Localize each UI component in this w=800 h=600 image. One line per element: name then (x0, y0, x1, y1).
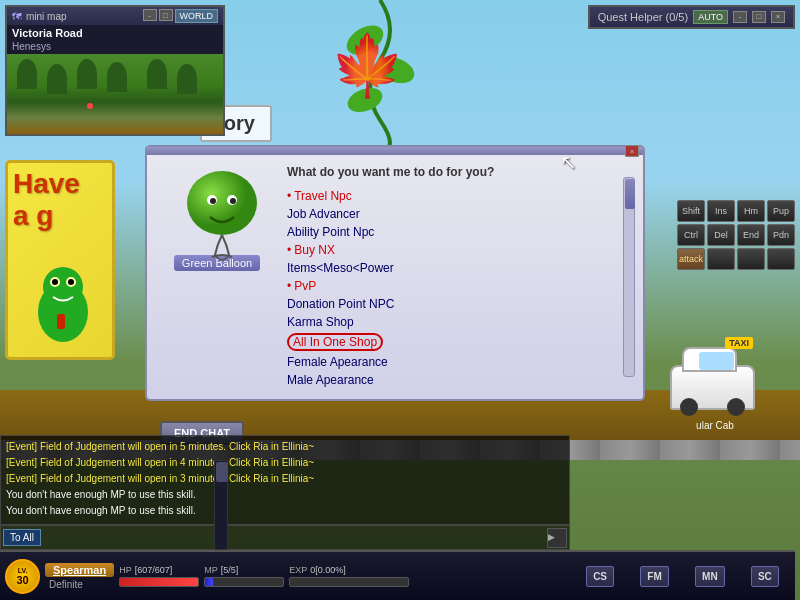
taxi-window (699, 352, 734, 370)
npc-scrollbar-thumb[interactable] (625, 179, 635, 209)
npc-option-6[interactable]: Donation Point NPC (287, 295, 618, 313)
chat-input-area: To All ▶ (0, 525, 570, 550)
key-hm[interactable]: Hm (737, 200, 765, 222)
taxi-wheel-right (727, 398, 745, 416)
svg-point-7 (52, 279, 58, 285)
key-attack[interactable]: attack (677, 248, 705, 270)
mini-map-image (7, 54, 223, 134)
maple-leaf-decoration: 🍁 (330, 30, 405, 101)
quest-helper-label: Quest Helper (0/5) (598, 11, 688, 23)
npc-option-3[interactable]: •Buy NX (287, 241, 618, 259)
exp-bar (289, 577, 409, 587)
chat-log: [Event] Field of Judgement will open in … (0, 435, 570, 525)
chat-scrollbar[interactable] (214, 460, 228, 550)
map-location: Victoria Road (7, 25, 223, 41)
key-pdn[interactable]: Pdn (767, 224, 795, 246)
npc-dialog-header: × (147, 147, 643, 155)
chat-message: [Event] Field of Judgement will open in … (6, 455, 564, 471)
npc-option-2[interactable]: Ability Point Npc (287, 223, 618, 241)
quest-close[interactable]: × (771, 11, 785, 23)
key-empty-3 (767, 248, 795, 270)
npc-option-5[interactable]: •PvP (287, 277, 618, 295)
npc-option-8[interactable]: All In One Shop (287, 331, 618, 353)
world-button[interactable]: WORLD (175, 9, 219, 23)
quest-helper-panel: Quest Helper (0/5) AUTO - □ × (588, 5, 795, 29)
have-sign-text: Have a g (8, 163, 112, 237)
npc-dialog: × (145, 145, 645, 401)
svg-point-13 (210, 198, 216, 204)
npc-question: What do you want me to do for you? (287, 165, 633, 179)
npc-option-0[interactable]: •Travel Npc (287, 187, 618, 205)
cs-bar: CS FM MN SC (570, 550, 795, 600)
character-name[interactable]: Spearman (45, 563, 114, 577)
svg-point-10 (187, 171, 257, 235)
chat-send-icon: ▶ (548, 532, 555, 542)
key-empty-2 (737, 248, 765, 270)
exp-value: 0[0.00%] (310, 565, 346, 575)
hp-bar-fill (120, 578, 198, 586)
key-empty-1 (707, 248, 735, 270)
npc-scrollbar[interactable] (623, 177, 635, 377)
npc-option-9[interactable]: Female Apearance (287, 353, 618, 371)
mn-button[interactable]: MN (695, 566, 725, 587)
have-sign: Have a g (5, 160, 115, 360)
fm-button[interactable]: FM (640, 566, 668, 587)
character-class: Definite (45, 579, 114, 590)
npc-option-10[interactable]: Male Apearance (287, 371, 618, 389)
taxi-sign: TAXI (725, 337, 753, 349)
npc-balloon (177, 165, 257, 245)
mini-map-panel: 🗺 mini map - □ WORLD Victoria Road Henes… (5, 5, 225, 136)
chat-message: You don't have enough MP to use this ski… (6, 503, 564, 519)
sc-button[interactable]: SC (751, 566, 779, 587)
mp-value: [5/5] (221, 565, 239, 575)
npc-option-1[interactable]: Job Advancer (287, 205, 618, 223)
key-shift[interactable]: Shift (677, 200, 705, 222)
chat-message: You don't have enough MP to use this ski… (6, 487, 564, 503)
npc-option-4[interactable]: Items<Meso<Power (287, 259, 618, 277)
chat-scrollbar-thumb[interactable] (216, 462, 228, 482)
exp-label: EXP (289, 565, 307, 575)
keyboard-shortcuts-grid: Shift Ins Hm Pup Ctrl Del End Pdn attack (677, 200, 795, 270)
key-pup[interactable]: Pup (767, 200, 795, 222)
exp-group: EXP 0[0.00%] (289, 565, 409, 587)
svg-point-14 (230, 198, 236, 204)
cs-button[interactable]: CS (586, 566, 614, 587)
mp-bar-fill (205, 578, 213, 586)
svg-rect-9 (57, 314, 65, 329)
quest-auto-button[interactable]: AUTO (693, 10, 728, 24)
mini-map-minimize[interactable]: - (143, 9, 157, 21)
taxi-top (682, 347, 737, 372)
key-ins[interactable]: Ins (707, 200, 735, 222)
key-end[interactable]: End (737, 224, 765, 246)
status-bar: LV. 30 Spearman Definite HP [607/607] MP… (0, 550, 570, 600)
svg-point-8 (68, 279, 74, 285)
mp-label: MP (204, 565, 218, 575)
chat-send-button[interactable]: ▶ (547, 528, 567, 548)
mini-map-title: 🗺 mini map - □ WORLD (7, 7, 223, 25)
chat-to-all-button[interactable]: To All (3, 529, 41, 546)
key-del[interactable]: Del (707, 224, 735, 246)
hp-bar (119, 577, 199, 587)
mini-map-maximize[interactable]: □ (159, 9, 173, 21)
hp-label: HP (119, 565, 132, 575)
chat-message: [Event] Field of Judgement will open in … (6, 439, 564, 455)
level-number: 30 (16, 574, 28, 586)
taxi: TAXI ular Cab (670, 365, 760, 435)
quest-maximize[interactable]: □ (752, 11, 766, 23)
map-sublocation: Henesys (7, 41, 223, 54)
npc-options-list: •Travel NpcJob AdvancerAbility Point Npc… (287, 187, 633, 389)
chat-input-field[interactable] (43, 530, 545, 546)
quest-minimize[interactable]: - (733, 11, 747, 23)
level-prefix: LV. (18, 567, 28, 574)
mp-group: MP [5/5] (204, 565, 284, 587)
hp-group: HP [607/607] (119, 565, 199, 587)
key-ctrl[interactable]: Ctrl (677, 224, 705, 246)
taxi-body: TAXI (670, 365, 755, 410)
dialog-close[interactable]: × (625, 145, 639, 157)
taxi-label: ular Cab (670, 420, 760, 431)
npc-option-7[interactable]: Karma Shop (287, 313, 618, 331)
hp-value: [607/607] (135, 565, 173, 575)
npc-portrait-area: Green Balloon (157, 165, 277, 389)
chat-message: [Event] Field of Judgement will open in … (6, 471, 564, 487)
mp-bar (204, 577, 284, 587)
